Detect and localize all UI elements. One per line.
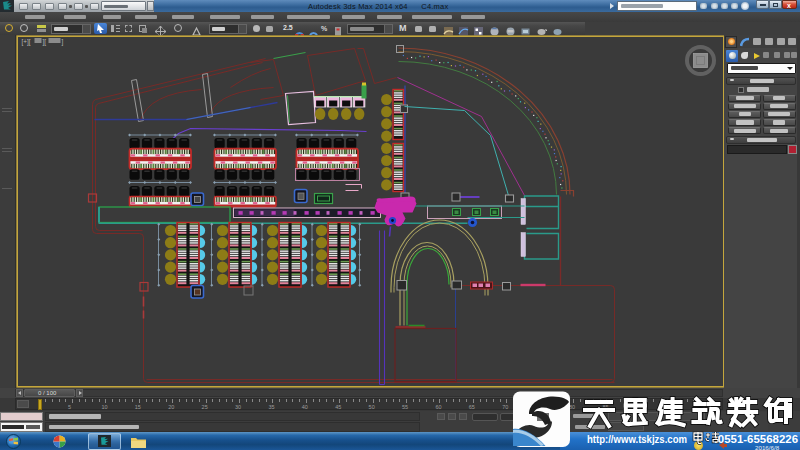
svg-text:[+][: [+][ bbox=[21, 37, 30, 45]
svg-text:2016/6/8: 2016/6/8 bbox=[755, 444, 780, 450]
svg-text:][: ][ bbox=[42, 37, 46, 45]
svg-text:]: ] bbox=[61, 37, 63, 45]
svg-text:http://www.tskjzs.com: http://www.tskjzs.com bbox=[587, 433, 687, 445]
